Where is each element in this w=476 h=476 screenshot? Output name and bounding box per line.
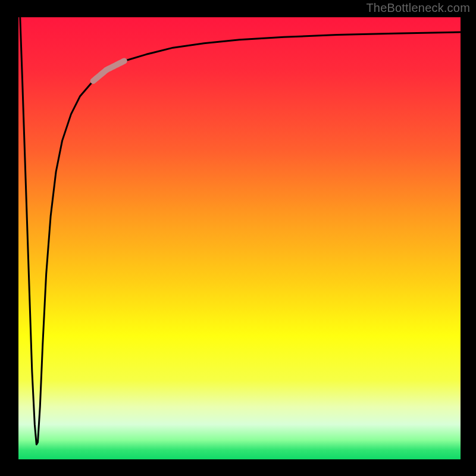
bottleneck-chart (0, 0, 476, 476)
plot-background (18, 17, 461, 460)
attribution-label: TheBottleneck.com (366, 1, 470, 15)
chart-container: TheBottleneck.com (0, 0, 476, 476)
